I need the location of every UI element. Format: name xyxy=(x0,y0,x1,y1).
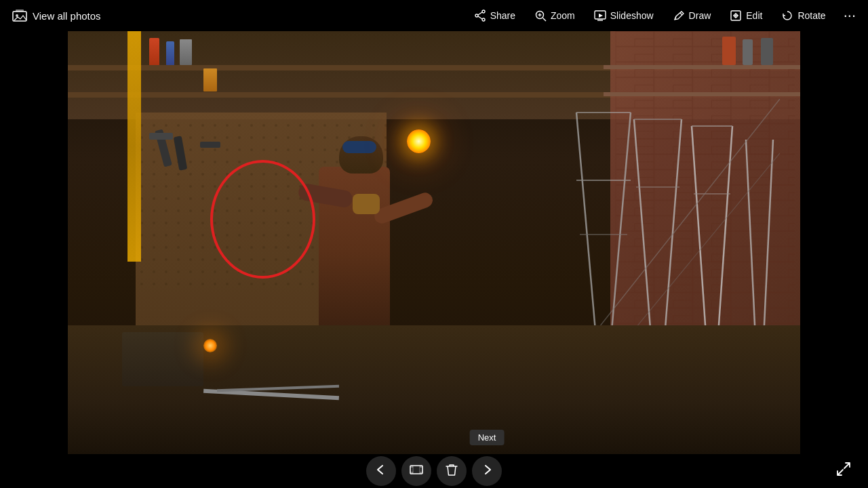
expand-icon xyxy=(836,462,851,480)
edit-icon xyxy=(730,9,742,22)
welding-spark xyxy=(407,129,431,153)
share-button[interactable]: Share xyxy=(466,5,524,26)
svg-point-4 xyxy=(482,18,485,21)
svg-point-1 xyxy=(16,14,18,17)
zoom-label: Zoom xyxy=(551,10,575,21)
workbench-item-1 xyxy=(122,332,203,386)
slideshow-label: Slideshow xyxy=(610,10,654,21)
svg-line-7 xyxy=(478,16,482,19)
arrow-left-icon xyxy=(374,464,388,479)
view-all-label: View all photos xyxy=(33,10,101,22)
share-icon xyxy=(474,9,486,22)
light-source xyxy=(203,339,217,352)
shelf-item-1 xyxy=(149,38,159,65)
expand-button[interactable] xyxy=(833,460,854,481)
tool-handle-1 xyxy=(149,133,173,140)
slideshow-button[interactable]: Slideshow xyxy=(586,5,662,26)
shelf-item-3 xyxy=(180,39,192,65)
slideshow-icon xyxy=(594,9,606,22)
draw-label: Draw xyxy=(689,10,711,21)
rotate-label: Rotate xyxy=(797,10,825,21)
shelf-right-item-3 xyxy=(722,37,736,65)
previous-button[interactable] xyxy=(366,456,396,486)
yellow-bar xyxy=(127,31,141,262)
share-label: Share xyxy=(490,10,515,21)
rotate-button[interactable]: Rotate xyxy=(773,5,833,26)
photos-icon xyxy=(12,9,27,22)
svg-line-14 xyxy=(680,13,682,15)
view-all-photos-button[interactable]: View all photos xyxy=(5,7,108,24)
tool-handle-2 xyxy=(200,142,220,148)
svg-rect-2 xyxy=(16,9,24,12)
trash-icon xyxy=(446,463,458,480)
filmstrip-icon xyxy=(410,464,423,479)
arrow-right-icon xyxy=(480,464,494,479)
edit-button[interactable]: Edit xyxy=(722,5,770,26)
next-button[interactable] xyxy=(472,456,502,486)
edit-label: Edit xyxy=(746,10,762,21)
zoom-icon xyxy=(534,9,547,22)
toolbar-right: Share Zoom Slid xyxy=(466,5,863,26)
svg-rect-43 xyxy=(410,472,413,474)
welding-glove xyxy=(353,194,380,214)
svg-rect-44 xyxy=(420,466,422,468)
bottom-controls: Next xyxy=(0,454,868,488)
photo-frame xyxy=(68,31,800,454)
photo-area xyxy=(0,31,868,488)
shelf-right-item-2 xyxy=(743,39,753,65)
rotate-icon xyxy=(781,9,793,22)
svg-line-6 xyxy=(478,12,482,15)
zoom-button[interactable]: Zoom xyxy=(526,5,583,26)
svg-line-9 xyxy=(542,18,546,22)
next-button-wrap: Next xyxy=(472,456,502,486)
filmstrip-button[interactable] xyxy=(401,456,431,486)
top-bar: View all photos Share xyxy=(0,0,868,31)
svg-point-5 xyxy=(475,14,478,17)
draw-button[interactable]: Draw xyxy=(665,5,719,26)
draw-icon xyxy=(673,9,685,22)
more-options-button[interactable]: ··· xyxy=(837,5,863,26)
more-icon: ··· xyxy=(844,8,856,23)
delete-button[interactable] xyxy=(437,456,467,486)
shelf-item-4 xyxy=(203,68,217,92)
shelf-item-2 xyxy=(166,41,174,65)
svg-point-3 xyxy=(482,10,485,13)
svg-rect-45 xyxy=(420,472,422,474)
shelf-right-1 xyxy=(604,65,800,69)
svg-rect-42 xyxy=(410,466,413,468)
shelf-right-item-1 xyxy=(761,38,773,65)
shelf-right-2 xyxy=(604,92,800,96)
safety-goggles xyxy=(342,141,376,153)
